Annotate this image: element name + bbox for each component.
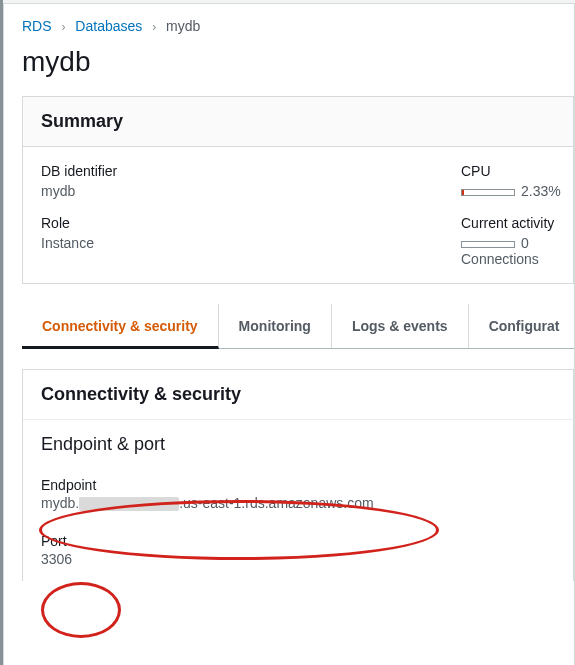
tab-monitoring[interactable]: Monitoring — [219, 304, 332, 348]
breadcrumb: RDS › Databases › mydb — [4, 18, 574, 42]
cpu-value: 2.33% — [461, 183, 575, 199]
breadcrumb-root[interactable]: RDS — [22, 18, 52, 34]
tab-connectivity-security[interactable]: Connectivity & security — [22, 304, 219, 349]
port-label: Port — [41, 533, 555, 549]
tab-logs-events[interactable]: Logs & events — [332, 304, 469, 348]
tabs: Connectivity & security Monitoring Logs … — [22, 304, 574, 349]
summary-heading: Summary — [23, 97, 573, 147]
cpu-label: CPU — [461, 163, 575, 179]
role-value: Instance — [41, 235, 421, 251]
masked-segment — [79, 497, 179, 511]
connectivity-heading: Connectivity & security — [23, 370, 573, 420]
db-identifier-label: DB identifier — [41, 163, 421, 179]
tab-configuration[interactable]: Configurat — [469, 304, 575, 348]
breadcrumb-databases[interactable]: Databases — [75, 18, 142, 34]
endpoint-port-heading: Endpoint & port — [23, 420, 573, 461]
page-title: mydb — [4, 42, 574, 96]
port-value: 3306 — [41, 551, 555, 567]
activity-bar-icon — [461, 241, 515, 248]
connectivity-panel: Connectivity & security Endpoint & port … — [22, 369, 574, 581]
summary-panel: Summary DB identifier mydb CPU 2.33% Rol… — [22, 96, 574, 284]
chevron-right-icon: › — [61, 20, 65, 34]
role-label: Role — [41, 215, 421, 231]
cpu-bar-icon — [461, 189, 515, 196]
breadcrumb-current: mydb — [166, 18, 200, 34]
endpoint-value: mydb..us-east-1.rds.amazonaws.com — [41, 495, 555, 511]
current-activity-label: Current activity — [461, 215, 575, 231]
endpoint-label: Endpoint — [41, 477, 555, 493]
db-identifier-value: mydb — [41, 183, 421, 199]
chevron-right-icon: › — [152, 20, 156, 34]
current-activity-value: 0 Connections — [461, 235, 575, 267]
